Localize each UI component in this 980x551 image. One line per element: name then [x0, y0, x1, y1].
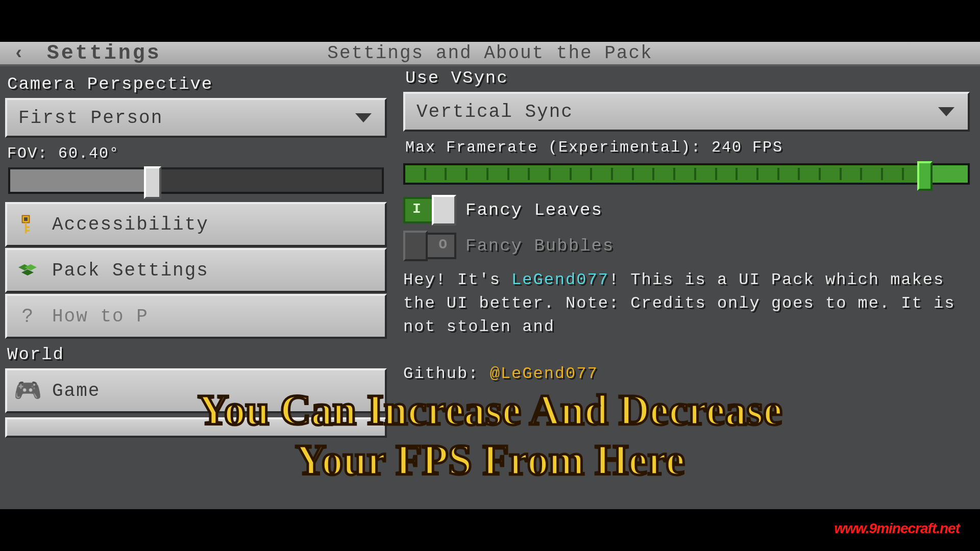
svg-marker-7 — [21, 269, 34, 276]
watermark: www.9minecraft.net — [835, 520, 960, 537]
fancy-bubbles-toggle[interactable] — [403, 233, 456, 259]
svg-rect-2 — [25, 223, 27, 234]
author-name: LeGend077 — [511, 270, 609, 289]
toggle-knob — [432, 195, 456, 226]
caption-line2: Your FPS From Here — [296, 438, 685, 483]
vsync-select[interactable]: Vertical Sync — [403, 92, 970, 132]
github-handle: @LeGend077 — [490, 364, 598, 383]
pack-info-text: Hey! It's LeGend077! This is a UI Pack w… — [403, 268, 970, 386]
camera-perspective-label: Camera Perspective — [7, 74, 387, 94]
page-title: Settings and About the Pack — [0, 43, 980, 64]
caption-line1: You Can Increase And Decrease — [198, 388, 782, 433]
fov-slider[interactable] — [8, 167, 384, 194]
chevron-down-icon — [938, 107, 954, 116]
chevron-down-icon — [355, 113, 372, 122]
question-icon: ? — [15, 304, 40, 329]
header-bar: ‹ Settings Settings and About the Pack — [0, 42, 980, 66]
camera-perspective-select[interactable]: First Person — [5, 98, 387, 138]
fancy-bubbles-row: Fancy Bubbles — [403, 233, 970, 259]
svg-rect-3 — [27, 227, 29, 229]
toggle-knob — [403, 231, 428, 261]
nav-game-label: Game — [52, 381, 100, 402]
svg-rect-1 — [24, 217, 28, 221]
svg-rect-4 — [27, 230, 29, 232]
fancy-bubbles-label: Fancy Bubbles — [465, 236, 614, 256]
pack-icon — [15, 258, 40, 283]
nav-how-to-label: How to P — [52, 306, 149, 327]
svg-marker-6 — [24, 264, 37, 270]
nav-accessibility[interactable]: Accessibility — [5, 202, 387, 247]
world-section-label: World — [7, 345, 387, 364]
nav-pack-settings[interactable]: Pack Settings — [5, 248, 387, 293]
fov-label: FOV: 60.40° — [7, 145, 387, 162]
key-icon — [15, 212, 40, 237]
fancy-leaves-row: Fancy Leaves — [403, 197, 970, 223]
framerate-slider[interactable] — [403, 163, 970, 185]
framerate-slider-thumb[interactable] — [917, 161, 933, 191]
nav-how-to[interactable]: ? How to P — [5, 294, 387, 339]
framerate-slider-end — [931, 165, 968, 183]
framerate-label: Max Framerate (Experimental): 240 FPS — [405, 139, 970, 156]
camera-perspective-value: First Person — [18, 108, 163, 129]
nav-pack-settings-label: Pack Settings — [52, 260, 209, 281]
vsync-value: Vertical Sync — [416, 102, 573, 122]
controller-icon: 🎮 — [15, 379, 40, 403]
vsync-label: Use VSync — [405, 68, 970, 88]
fov-slider-fill — [10, 169, 148, 192]
framerate-slider-fill — [405, 165, 923, 183]
nav-accessibility-label: Accessibility — [52, 214, 209, 235]
fancy-leaves-label: Fancy Leaves — [465, 201, 603, 220]
fancy-leaves-toggle[interactable] — [403, 197, 456, 223]
fov-slider-thumb[interactable] — [144, 166, 161, 199]
